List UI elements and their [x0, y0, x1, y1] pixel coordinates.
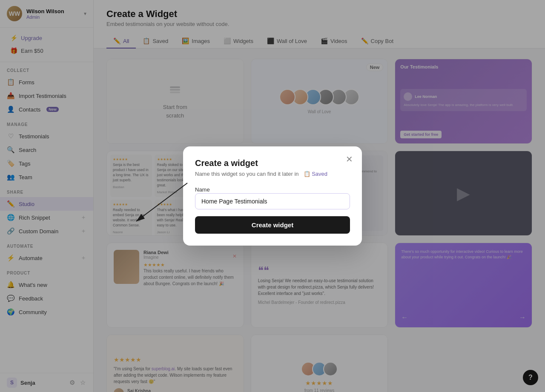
create-widget-modal: ✕ Create a widget Name this widget so yo… [183, 146, 362, 246]
create-btn-label: Create widget [252, 221, 293, 229]
modal-subtitle: Name this widget so you can find it late… [195, 171, 350, 177]
modal-overlay[interactable]: ✕ Create a widget Name this widget so yo… [0, 0, 545, 392]
name-label: Name [195, 186, 210, 193]
widget-name-input[interactable] [195, 193, 350, 209]
svg-line-4 [136, 183, 187, 221]
saved-icon: 📋 [304, 171, 310, 177]
modal-title: Create a widget [195, 158, 350, 168]
saved-link[interactable]: 📋 Saved [304, 171, 327, 177]
subtitle-text: Name this widget so you can find it late… [195, 171, 299, 177]
modal-close-button[interactable]: ✕ [343, 153, 355, 165]
close-icon: ✕ [346, 154, 353, 164]
create-widget-button[interactable]: Create widget [195, 216, 350, 234]
saved-label: Saved [312, 171, 327, 177]
